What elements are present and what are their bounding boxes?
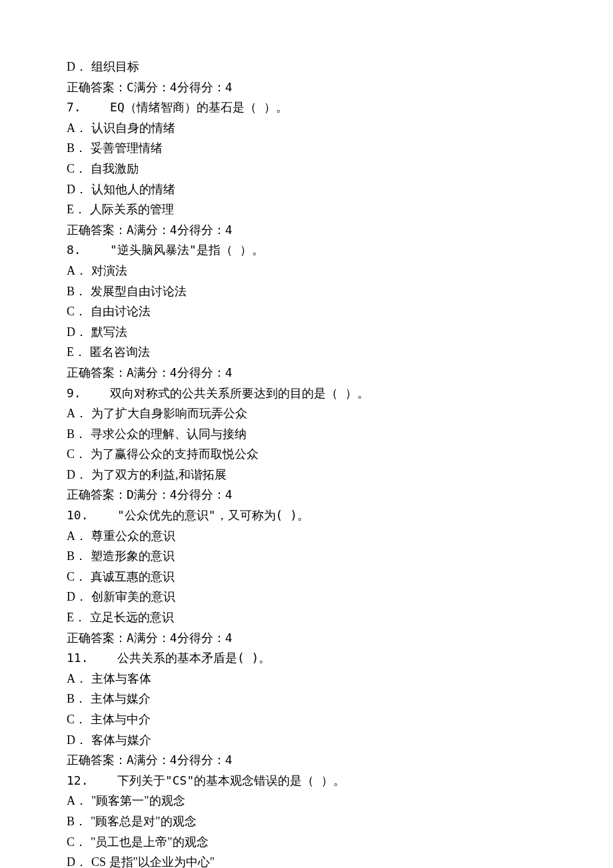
option-line: B．发展型自由讨论法 — [67, 281, 546, 302]
option-text: 为了赢得公众的支持而取悦公众 — [91, 444, 259, 465]
option-line: B．塑造形象的意识 — [67, 546, 546, 567]
full-score-value: 4 — [170, 77, 177, 98]
full-score-label: 满分： — [134, 750, 170, 771]
option-line: E．人际关系的管理 — [67, 199, 546, 220]
question-line: 8. "逆头脑风暴法"是指（ ）。 — [67, 240, 546, 261]
option-line: C．真诚互惠的意识 — [67, 567, 546, 587]
answer-line: 正确答案：A 满分：4 分 得分：4 — [67, 628, 546, 649]
option-text: 塑造形象的意识 — [91, 546, 175, 567]
option-letter: A． — [67, 791, 87, 811]
option-line: A．对演法 — [67, 261, 546, 281]
score-value: 4 — [225, 750, 233, 771]
option-line: A．"顾客第一"的观念 — [67, 791, 546, 811]
option-text: 为了双方的利益,和谐拓展 — [91, 465, 227, 485]
option-text: 真诚互惠的意识 — [91, 567, 175, 587]
answer-value: D — [127, 485, 134, 505]
option-text: 创新审美的意识 — [91, 587, 175, 607]
answer-label: 正确答案： — [67, 485, 127, 505]
option-letter: B． — [67, 811, 87, 832]
question-text: 双向对称式的公共关系所要达到的目的是（ ）。 — [110, 386, 369, 400]
score-value: 4 — [225, 363, 233, 383]
score-unit: 分 — [177, 363, 189, 383]
option-line: A．尊重公众的意识 — [67, 526, 546, 547]
option-text: 认知他人的情绪 — [91, 179, 175, 200]
score-unit: 分 — [177, 77, 189, 98]
question-number: 9. — [67, 386, 81, 400]
score-value: 4 — [225, 628, 233, 649]
option-line: C．自由讨论法 — [67, 301, 546, 322]
question-text: "公众优先的意识"，又可称为( )。 — [117, 508, 309, 522]
score-unit: 分 — [177, 485, 189, 505]
option-letter: B． — [67, 689, 87, 709]
option-letter: D． — [67, 730, 87, 751]
score-label: 得分： — [189, 363, 225, 383]
option-letter: B． — [67, 546, 87, 567]
option-letter: D． — [67, 852, 87, 868]
option-text: "顾客总是对"的观念 — [91, 811, 197, 832]
option-line: C．"员工也是上帝"的观念 — [67, 832, 546, 853]
option-letter: A． — [67, 669, 87, 689]
full-score-label: 满分： — [134, 77, 170, 98]
question-text: EQ（情绪智商）的基石是（ ）。 — [110, 100, 288, 114]
option-letter: E． — [67, 607, 86, 628]
option-text: 尊重公众的意识 — [91, 526, 175, 547]
option-line: E．匿名咨询法 — [67, 342, 546, 363]
answer-value: A — [127, 220, 134, 241]
option-text: 客体与媒介 — [91, 730, 151, 751]
option-line: D．默写法 — [67, 322, 546, 343]
answer-label: 正确答案： — [67, 363, 127, 383]
question-number: 11. — [67, 651, 89, 665]
option-text: 立足长远的意识 — [90, 607, 174, 628]
score-label: 得分： — [189, 750, 225, 771]
score-value: 4 — [225, 220, 233, 241]
option-letter: C． — [67, 832, 87, 853]
option-text: 人际关系的管理 — [90, 199, 174, 220]
option-line: D．创新审美的意识 — [67, 587, 546, 607]
score-value: 4 — [225, 77, 233, 98]
full-score-value: 4 — [170, 363, 177, 383]
option-text: 匿名咨询法 — [90, 342, 150, 363]
option-letter: D． — [67, 465, 87, 485]
option-letter: A． — [67, 403, 87, 424]
option-line: D．CS 是指"以企业为中心" — [67, 852, 546, 868]
document-body: D．组织目标正确答案：C 满分：4 分 得分：47. EQ（情绪智商）的基石是（… — [67, 57, 546, 868]
option-line: C．为了赢得公众的支持而取悦公众 — [67, 444, 546, 465]
option-text: "顾客第一"的观念 — [91, 791, 185, 811]
option-text: 寻求公众的理解、认同与接纳 — [91, 424, 247, 445]
question-text: 下列关于"CS"的基本观念错误的是（ ）。 — [117, 773, 345, 787]
question-line: 7. EQ（情绪智商）的基石是（ ）。 — [67, 97, 546, 118]
option-line: E．立足长远的意识 — [67, 607, 546, 628]
option-letter: A． — [67, 261, 87, 281]
question-number: 8. — [67, 243, 81, 257]
option-text: 主体与客体 — [91, 669, 151, 689]
option-line: B．"顾客总是对"的观念 — [67, 811, 546, 832]
option-letter: A． — [67, 118, 87, 139]
answer-label: 正确答案： — [67, 220, 127, 241]
question-line: 12. 下列关于"CS"的基本观念错误的是（ ）。 — [67, 771, 546, 791]
option-letter: C． — [67, 301, 87, 322]
score-unit: 分 — [177, 628, 189, 649]
option-line: A．主体与客体 — [67, 669, 546, 689]
option-text: 组织目标 — [91, 57, 139, 77]
option-line: B．主体与媒介 — [67, 689, 546, 709]
option-line: C．主体与中介 — [67, 709, 546, 730]
score-unit: 分 — [177, 220, 189, 241]
score-label: 得分： — [189, 220, 225, 241]
option-letter: C． — [67, 444, 87, 465]
full-score-value: 4 — [170, 220, 177, 241]
answer-value: A — [127, 628, 134, 649]
option-letter: D． — [67, 322, 87, 343]
question-number: 10. — [67, 508, 89, 522]
option-line: D．组织目标 — [67, 57, 546, 77]
full-score-label: 满分： — [134, 220, 170, 241]
score-label: 得分： — [189, 628, 225, 649]
answer-label: 正确答案： — [67, 77, 127, 98]
answer-label: 正确答案： — [67, 628, 127, 649]
answer-value: C — [127, 77, 134, 98]
option-text: 妥善管理情绪 — [91, 138, 163, 159]
score-label: 得分： — [189, 485, 225, 505]
option-letter: B． — [67, 424, 87, 445]
score-label: 得分： — [189, 77, 225, 98]
question-number: 7. — [67, 100, 81, 114]
answer-line: 正确答案：A 满分：4 分 得分：4 — [67, 363, 546, 383]
